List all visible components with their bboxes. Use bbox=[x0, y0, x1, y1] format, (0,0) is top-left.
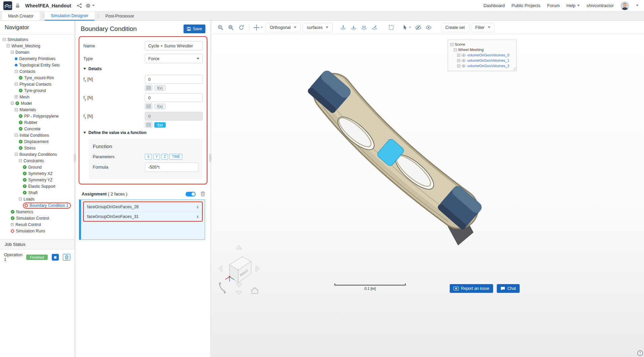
viewport-canvas[interactable]: − Scene − Wheel Meshing +volumeOnGeoVolu… bbox=[211, 34, 644, 357]
minus-toggle-icon[interactable]: − bbox=[11, 102, 14, 105]
tree-item-model[interactable]: −✓Model bbox=[0, 100, 74, 106]
delete-job-button[interactable] bbox=[63, 254, 70, 261]
table-input-button[interactable] bbox=[145, 103, 152, 109]
nav-public-projects[interactable]: Public Projects bbox=[512, 3, 540, 8]
fx-function-button[interactable]: f(x) bbox=[154, 122, 166, 128]
rotate-left-arrow[interactable] bbox=[218, 266, 222, 272]
fx-input[interactable] bbox=[145, 75, 203, 84]
minus-toggle-icon[interactable]: − bbox=[15, 108, 18, 111]
name-input[interactable] bbox=[145, 41, 203, 50]
tree-item-mesh[interactable]: +Mesh bbox=[0, 94, 74, 100]
home-view-icon[interactable] bbox=[251, 287, 258, 294]
show-all-button[interactable] bbox=[424, 23, 433, 32]
minus-toggle-icon[interactable]: − bbox=[11, 51, 14, 54]
tree-item-contacts[interactable]: −Contacts bbox=[0, 68, 74, 75]
navigation-cube[interactable]: RIGHT bbox=[216, 244, 262, 297]
stop-job-button[interactable] bbox=[52, 254, 59, 261]
plus-toggle-icon[interactable]: + bbox=[457, 59, 460, 62]
scene-tree-item-volumeongeovolumes-1[interactable]: +volumeOnGeoVolumes_1 bbox=[457, 58, 514, 63]
tree-item-elastic-support[interactable]: ✓Elastic Support bbox=[0, 183, 74, 189]
projection-dropdown[interactable]: Orthogonal bbox=[266, 23, 301, 32]
minus-toggle-icon[interactable]: − bbox=[3, 38, 6, 41]
alert-widget[interactable]: ! bbox=[637, 350, 643, 356]
3d-model[interactable] bbox=[211, 34, 644, 357]
user-menu-chevron-icon[interactable] bbox=[636, 5, 639, 6]
app-logo-icon[interactable] bbox=[3, 1, 12, 10]
eye-icon[interactable] bbox=[461, 59, 466, 62]
eye-icon[interactable] bbox=[461, 54, 466, 57]
rotate-right-arrow[interactable] bbox=[256, 266, 260, 272]
tree-item-physical-contacts[interactable]: −Physical Contacts bbox=[0, 81, 74, 87]
minus-toggle-icon[interactable]: − bbox=[15, 153, 18, 156]
table-input-button[interactable] bbox=[145, 122, 152, 128]
tree-item-simulation-control[interactable]: ✓Simulation Control bbox=[0, 215, 74, 221]
table-input-button[interactable] bbox=[145, 85, 152, 91]
minus-toggle-icon[interactable]: − bbox=[19, 197, 22, 200]
tree-item-tyre-mount-rim[interactable]: ✓Tyre_mount-Rim bbox=[0, 75, 74, 81]
scene-tree-item-volumeongeovolumes-0[interactable]: +volumeOnGeoVolumes_0 bbox=[457, 52, 514, 58]
details-section-header[interactable]: Details bbox=[83, 66, 203, 71]
tree-item-constraints[interactable]: −Constraints bbox=[0, 158, 74, 164]
tree-item-initial-conditions[interactable]: −Initial Conditions bbox=[0, 132, 74, 138]
type-select[interactable]: Force bbox=[145, 54, 203, 63]
tree-item-shaft[interactable]: ✓Shaft bbox=[0, 189, 74, 196]
create-set-button[interactable]: Create set bbox=[441, 23, 469, 32]
nav-forum[interactable]: Forum bbox=[547, 3, 560, 8]
param-chip-time[interactable]: TIME bbox=[169, 154, 182, 160]
tree-item-ground[interactable]: ✓Ground bbox=[0, 164, 74, 170]
chat-button[interactable]: Chat bbox=[497, 284, 520, 293]
function-section-header[interactable]: Define the value via a function bbox=[83, 130, 203, 135]
tree-item-wheel-meshing[interactable]: −Wheel_Meshing bbox=[0, 43, 74, 49]
tree-item-geometry-primitives[interactable]: Geometry Primitives bbox=[0, 55, 74, 62]
tree-item-rubber[interactable]: ✓Rubber bbox=[0, 119, 74, 126]
tilt-down-arrow[interactable] bbox=[236, 291, 242, 295]
tree-item-domain[interactable]: −Domain bbox=[0, 49, 74, 55]
plane-double-arrow-tool[interactable] bbox=[360, 23, 368, 32]
select-tool-dropdown[interactable] bbox=[402, 23, 412, 32]
save-button[interactable]: Save bbox=[184, 25, 205, 33]
tree-item-materials[interactable]: −Materials bbox=[0, 106, 74, 113]
tree-item-pp-polypropylene[interactable]: ✓PP - Polypropylene bbox=[0, 113, 74, 119]
nav-help[interactable]: Help bbox=[566, 3, 580, 8]
assignment-toggle[interactable] bbox=[186, 192, 196, 196]
plus-toggle-icon[interactable]: + bbox=[457, 64, 460, 68]
tree-item-result-control[interactable]: +Result Control bbox=[0, 221, 74, 228]
fy-input[interactable] bbox=[145, 93, 203, 102]
share-icon[interactable] bbox=[77, 3, 82, 8]
minus-toggle-icon[interactable]: − bbox=[450, 43, 453, 46]
clear-assignment-button[interactable] bbox=[201, 191, 205, 196]
volume-label[interactable]: volumeOnGeoVolumes_0 bbox=[467, 53, 509, 57]
minus-toggle-icon[interactable]: − bbox=[15, 134, 18, 137]
rotate-up-arrow[interactable] bbox=[236, 245, 242, 249]
tree-item-boundary-condition-1[interactable]: Boundary Condition 1 bbox=[0, 202, 74, 209]
reset-view-button[interactable] bbox=[237, 23, 246, 32]
plane-arrow-down-tool[interactable] bbox=[349, 23, 358, 32]
render-mode-dropdown[interactable]: surfaces bbox=[303, 23, 333, 32]
minus-toggle-icon[interactable]: − bbox=[19, 159, 22, 162]
formula-input[interactable] bbox=[145, 163, 199, 172]
tree-item-numerics[interactable]: ✓Numerics bbox=[0, 209, 74, 215]
tree-item-boundary-conditions[interactable]: −Boundary Conditions bbox=[0, 151, 74, 158]
filter-dropdown[interactable]: Filter bbox=[471, 23, 495, 32]
param-chip-y[interactable]: Y bbox=[153, 154, 160, 160]
minus-toggle-icon[interactable]: − bbox=[15, 70, 18, 73]
assignment-face-row[interactable]: faceGroupOnGeoFaces_31x bbox=[84, 212, 202, 221]
tree-item-symmetry-yz[interactable]: ✓Symmetry YZ bbox=[0, 177, 74, 183]
resize-corner-grip[interactable] bbox=[513, 67, 516, 71]
scene-tree-root[interactable]: − Scene bbox=[450, 42, 514, 47]
tree-item-stress[interactable]: ✓Stress bbox=[0, 145, 74, 151]
pan-tool-button[interactable] bbox=[253, 23, 264, 32]
plus-toggle-icon[interactable]: + bbox=[457, 54, 460, 57]
tab-simulation-designer[interactable]: Simulation Designer bbox=[45, 11, 94, 20]
zoom-in-button[interactable] bbox=[216, 23, 225, 32]
scene-tree-item-volumeongeovolumes-2[interactable]: +volumeOnGeoVolumes_2 bbox=[457, 63, 514, 69]
assignment-face-row[interactable]: faceGroupOnGeoFaces_26x bbox=[84, 202, 202, 212]
tab-post-processor[interactable]: Post-Processor bbox=[99, 11, 140, 20]
minus-toggle-icon[interactable]: − bbox=[7, 44, 10, 47]
tree-item-simulation-runs[interactable]: Simulation Runs bbox=[0, 228, 74, 234]
plane-diagonal-arrow-tool[interactable] bbox=[370, 23, 379, 32]
rotate-down-arrow[interactable] bbox=[236, 283, 242, 287]
nav-dashboard[interactable]: Dashboard bbox=[483, 3, 505, 8]
hide-selection-button[interactable] bbox=[414, 23, 422, 32]
remove-face-button[interactable]: x bbox=[197, 214, 199, 219]
